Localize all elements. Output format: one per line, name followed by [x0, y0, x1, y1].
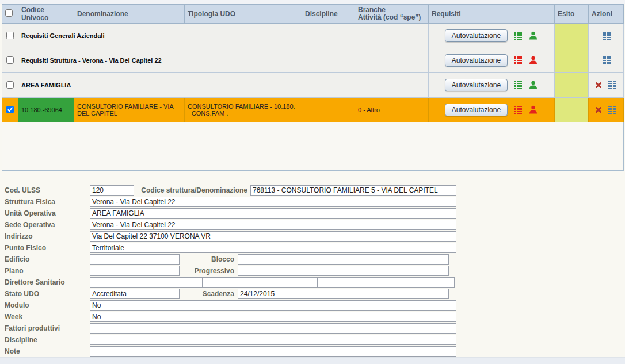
details-icon[interactable] [607, 105, 617, 114]
cod-ulss-field[interactable] [90, 185, 134, 196]
table-row-area-famiglia[interactable]: AREA FAMIGLIA Autovalutazione [2, 73, 624, 98]
field-label: Indirizzo [0, 232, 90, 240]
col-header-azioni: Azioni [589, 5, 624, 24]
field-label: Stato UDO [0, 290, 90, 298]
field-label: Scadenza [180, 290, 234, 298]
group-title-cell: Requisiti Generali Aziendali [18, 24, 355, 48]
requisiti-cell: Autovalutazione [429, 73, 555, 98]
row-checkbox[interactable] [6, 106, 14, 113]
unita-operativa-field[interactable] [90, 208, 456, 219]
row-checkbox[interactable] [6, 32, 14, 39]
codice-univoco-cell: 10.180.-69064 [18, 98, 74, 122]
direttore-sanitario-field-1[interactable] [90, 277, 203, 288]
udo-table: Codice Univoco Denominazione Tipologia U… [2, 4, 624, 171]
field-label: Edificio [0, 255, 90, 263]
esito-cell [555, 98, 589, 122]
discipline-field[interactable] [90, 335, 456, 345]
col-header-branche-attivita: Branche Attività (cod “spe”) [355, 5, 429, 24]
sede-operativa-field[interactable] [90, 220, 456, 230]
autovalutazione-button[interactable]: Autovalutazione [445, 54, 508, 67]
table-header-row: Codice Univoco Denominazione Tipologia U… [2, 5, 624, 24]
progressivo-field[interactable] [238, 266, 449, 276]
autovalutazione-button[interactable]: Autovalutazione [445, 104, 508, 116]
row-checkbox-cell [2, 98, 18, 122]
field-label: Blocco [180, 255, 234, 263]
col-header-discipline: Discipline [302, 5, 355, 24]
details-icon[interactable] [607, 81, 617, 90]
branche-cell [355, 73, 429, 98]
direttore-sanitario-field-3[interactable] [318, 277, 455, 288]
row-checkbox-cell [2, 48, 18, 73]
branche-cell [355, 24, 429, 48]
field-label: Codice struttura/Denominazione [134, 186, 247, 194]
esito-cell [555, 24, 589, 48]
person-icon[interactable] [528, 56, 538, 65]
requisiti-cell: Autovalutazione [429, 24, 555, 48]
punto-fisico-field[interactable] [90, 243, 456, 253]
azioni-cell [589, 73, 624, 98]
fattori-produttivi-field[interactable] [90, 323, 456, 334]
azioni-cell [589, 24, 624, 48]
group-title-cell: AREA FAMIGLIA [18, 73, 355, 98]
group-title-cell: Requisiti Struttura - Verona - Via Del C… [18, 48, 355, 73]
person-icon[interactable] [528, 31, 538, 40]
autovalutazione-button[interactable]: Autovalutazione [445, 79, 508, 91]
details-icon[interactable] [601, 56, 611, 65]
col-header-tipologia-udo: Tipologia UDO [185, 5, 302, 24]
blocco-field[interactable] [238, 254, 449, 265]
delete-x-icon[interactable] [595, 106, 602, 113]
branche-cell: 0 - Altro [355, 98, 429, 122]
field-label: Struttura Fisica [0, 198, 90, 206]
form-row-punto-fisico: Punto Fisico [0, 242, 625, 254]
edificio-field[interactable] [90, 254, 180, 265]
person-icon[interactable] [528, 81, 538, 90]
modulo-field[interactable] [90, 300, 456, 311]
checklist-icon[interactable] [513, 81, 523, 90]
form-row-note: Note [0, 346, 625, 357]
table-row-udo-selected[interactable]: 10.180.-69064 CONSULTORIO FAMILIARE - VI… [2, 98, 624, 122]
col-header-requisiti: Requisiti [429, 5, 555, 24]
azioni-cell [589, 98, 624, 122]
codice-struttura-field[interactable] [250, 185, 456, 196]
field-label: Cod. ULSS [0, 186, 90, 194]
note-field[interactable] [90, 346, 456, 357]
piano-field[interactable] [90, 266, 180, 276]
details-icon[interactable] [601, 31, 611, 40]
table-row-requisiti-struttura[interactable]: Requisiti Struttura - Verona - Via Del C… [2, 48, 624, 73]
form-row-edificio-blocco: Edificio Blocco [0, 254, 625, 265]
checklist-icon[interactable] [513, 31, 523, 40]
checklist-icon[interactable] [513, 105, 523, 114]
denominazione: CONSULTORIO FAMILIARE - VIA DEL CAPITEL [77, 103, 173, 117]
autovalutazione-button[interactable]: Autovalutazione [445, 29, 508, 42]
delete-x-icon[interactable] [595, 82, 602, 89]
select-all-checkbox[interactable] [5, 9, 13, 17]
form-row-indirizzo: Indirizzo [0, 231, 625, 242]
checklist-icon[interactable] [513, 56, 523, 65]
udo-detail-form: Cod. ULSS Codice struttura/Denominazione… [0, 185, 625, 357]
field-label: Punto Fisico [0, 244, 90, 252]
row-checkbox-cell [2, 73, 18, 98]
scadenza-field[interactable] [238, 289, 449, 299]
week-field[interactable] [90, 312, 456, 322]
top-strip [0, 0, 625, 4]
row-checkbox[interactable] [6, 81, 14, 89]
person-icon[interactable] [528, 105, 538, 114]
field-label: Piano [0, 267, 90, 275]
field-label: Progressivo [180, 267, 234, 275]
field-label: Week [0, 313, 90, 321]
struttura-fisica-field[interactable] [90, 197, 456, 207]
table-row-requisiti-generali[interactable]: Requisiti Generali Aziendali Autovalutaz… [2, 24, 624, 48]
group-title: Requisiti Generali Aziendali [21, 32, 104, 39]
requisiti-cell: Autovalutazione [429, 98, 555, 122]
form-row-discipline: Discipline [0, 334, 625, 346]
form-row-struttura-fisica: Struttura Fisica [0, 196, 625, 208]
table-empty-area [2, 122, 624, 171]
group-title: Requisiti Struttura - Verona - Via Del C… [21, 57, 162, 64]
field-label: Sede Operativa [0, 221, 90, 229]
direttore-sanitario-field-2[interactable] [203, 277, 318, 288]
form-row-fattori-produttivi: Fattori produttivi [0, 323, 625, 334]
indirizzo-field[interactable] [90, 231, 456, 242]
field-label: Direttore Sanitario [0, 278, 90, 286]
stato-udo-field[interactable] [90, 289, 180, 299]
row-checkbox[interactable] [6, 56, 14, 64]
